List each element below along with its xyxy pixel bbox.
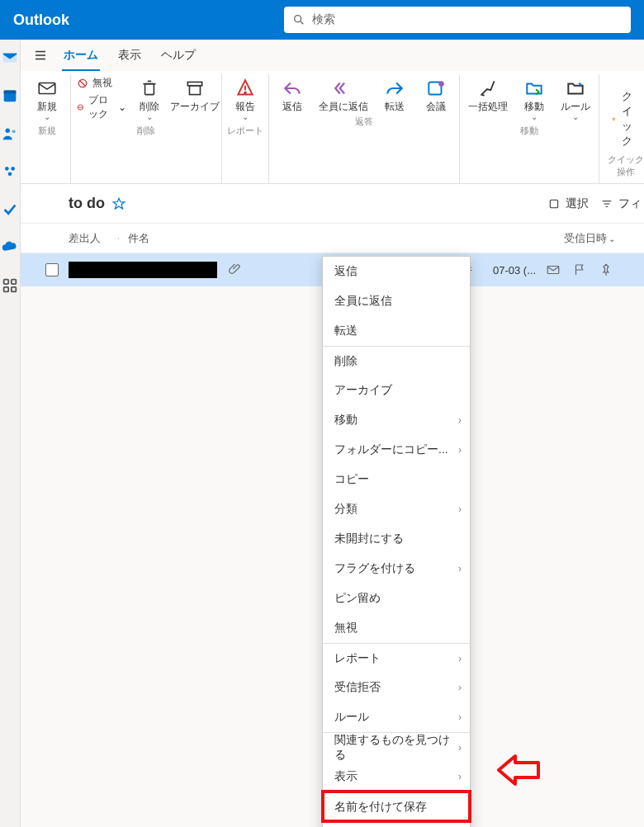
replyall-label: 全員に返信 — [319, 101, 368, 112]
chevron-right-icon: › — [458, 563, 462, 574]
ctx-reply[interactable]: 返信 — [323, 257, 470, 286]
search-icon — [292, 13, 305, 26]
select-label: 選択 — [566, 196, 589, 211]
chevron-right-icon: › — [458, 503, 462, 515]
delete-label: 削除 — [140, 101, 159, 112]
meeting-button[interactable]: 会議 — [418, 76, 454, 114]
svg-rect-21 — [145, 84, 154, 95]
row-checkbox[interactable] — [45, 263, 59, 276]
favorite-star-icon[interactable] — [111, 196, 126, 211]
ribbon-group-quick-label: クイック操作 — [604, 152, 644, 182]
tab-view[interactable]: 表示 — [108, 40, 151, 71]
ribbon-group-report: 報告 ⌄ レポート — [222, 74, 269, 183]
sweep-button[interactable]: 一括処理 — [465, 76, 511, 114]
envelope-icon[interactable] — [546, 262, 561, 277]
quick-steps-button[interactable]: クイック — [604, 86, 644, 152]
move-button[interactable]: 移動 ⌄ — [516, 76, 552, 123]
chevron-right-icon: › — [458, 653, 462, 664]
ctx-advanced[interactable]: 高度なアクション› — [323, 821, 470, 827]
left-rail — [0, 40, 21, 827]
flag-icon[interactable] — [572, 262, 587, 277]
svg-rect-32 — [550, 200, 557, 207]
chevron-down-icon: ⌄ — [608, 234, 615, 243]
svg-rect-9 — [4, 280, 9, 285]
ctx-markunread[interactable]: 未開封にする — [323, 524, 470, 554]
ctx-rules[interactable]: ルール› — [323, 702, 470, 732]
chevron-right-icon: › — [458, 682, 462, 693]
search-box[interactable]: 検索 — [284, 7, 631, 33]
ctx-categorize[interactable]: 分類› — [323, 494, 470, 524]
svg-point-4 — [6, 129, 11, 134]
ctx-findrelated[interactable]: 関連するものを見つける› — [323, 732, 470, 762]
svg-point-29 — [438, 81, 444, 87]
rules-button[interactable]: ルール ⌄ — [557, 76, 594, 123]
chevron-down-icon: ⌄ — [44, 112, 50, 121]
rail-apps-icon[interactable] — [0, 276, 20, 295]
tab-help[interactable]: ヘルプ — [151, 40, 206, 71]
ctx-copyto[interactable]: フォルダーにコピー...› — [323, 435, 470, 465]
block-button[interactable]: ブロック⌄ — [76, 93, 126, 121]
svg-point-6 — [5, 167, 9, 171]
ribbon-group-reply-label: 返答 — [355, 114, 373, 131]
ctx-ignore[interactable]: 無視 — [323, 613, 470, 643]
svg-point-27 — [244, 92, 246, 94]
col-subject[interactable]: 件名 — [118, 232, 149, 244]
rail-calendar-icon[interactable] — [0, 86, 20, 106]
rules-label: ルール — [561, 101, 590, 112]
hamburger-button[interactable] — [27, 48, 54, 63]
pin-icon[interactable] — [599, 262, 613, 277]
svg-rect-36 — [547, 267, 559, 274]
rail-todo-icon[interactable] — [0, 200, 20, 220]
replyall-button[interactable]: 全員に返信 — [315, 76, 372, 114]
ribbon-group-delete-label: 削除 — [137, 123, 155, 140]
col-sender[interactable]: 差出人 — [21, 231, 118, 246]
select-button[interactable]: 選択 — [547, 196, 589, 211]
move-label: 移動 — [524, 101, 544, 112]
tab-home[interactable]: ホーム — [54, 40, 108, 71]
svg-point-8 — [8, 172, 12, 176]
filter-label: フィ — [618, 196, 642, 211]
report-button[interactable]: 報告 ⌄ — [227, 76, 263, 123]
reply-label: 返信 — [282, 101, 302, 112]
row-date: 07-03 (... — [493, 264, 536, 276]
context-menu: 返信 全員に返信 転送 削除 アーカイブ 移動› フォルダーにコピー...› コ… — [322, 256, 471, 827]
ctx-move[interactable]: 移動› — [323, 405, 470, 435]
ignore-button[interactable]: 無視 — [76, 76, 112, 90]
ribbon-group-quick: クイック クイック操作 — [599, 74, 644, 183]
col-received[interactable]: 受信日時 — [564, 232, 607, 244]
ctx-flag[interactable]: フラグを付ける› — [323, 554, 470, 584]
tabs-row: ホーム 表示 ヘルプ — [21, 40, 644, 71]
svg-rect-12 — [12, 287, 17, 292]
title-bar: Outlook 検索 — [0, 0, 644, 40]
reply-button[interactable]: 返信 — [274, 76, 310, 114]
ctx-forward[interactable]: 転送 — [323, 316, 470, 346]
delete-button[interactable]: 削除 ⌄ — [131, 76, 168, 123]
ctx-block[interactable]: 受信拒否› — [323, 673, 470, 702]
rail-onedrive-icon[interactable] — [0, 238, 20, 258]
ctx-report[interactable]: レポート› — [323, 643, 470, 673]
archive-label: アーカイブ — [170, 101, 220, 112]
rail-groups-icon[interactable] — [0, 162, 20, 182]
folder-header: to do 選択 フィ — [21, 184, 644, 224]
archive-button[interactable]: アーカイブ — [173, 76, 216, 114]
rail-mail-icon[interactable] — [0, 48, 20, 68]
ctx-replyall[interactable]: 全員に返信 — [323, 286, 470, 316]
meeting-label: 会議 — [426, 101, 446, 112]
ctx-copy[interactable]: コピー — [323, 465, 470, 494]
new-mail-button[interactable]: 新規 ⌄ — [29, 76, 65, 123]
ctx-archive[interactable]: アーカイブ — [323, 376, 470, 405]
rail-people-icon[interactable] — [0, 124, 20, 144]
ctx-pin[interactable]: ピン留め — [323, 584, 470, 613]
filter-button[interactable]: フィ — [600, 196, 642, 211]
ignore-label: 無視 — [92, 76, 112, 90]
ribbon-group-move-label: 移動 — [520, 123, 538, 140]
ctx-view[interactable]: 表示› — [323, 762, 470, 792]
svg-line-1 — [301, 21, 303, 24]
search-placeholder: 検索 — [312, 12, 335, 27]
ctx-delete[interactable]: 削除 — [323, 346, 470, 376]
ribbon-group-new-label: 新規 — [38, 123, 56, 140]
svg-line-18 — [80, 80, 86, 86]
forward-button[interactable]: 転送 — [376, 76, 413, 114]
chevron-right-icon: › — [458, 771, 462, 782]
ctx-saveas[interactable]: 名前を付けて保存 — [323, 792, 470, 821]
